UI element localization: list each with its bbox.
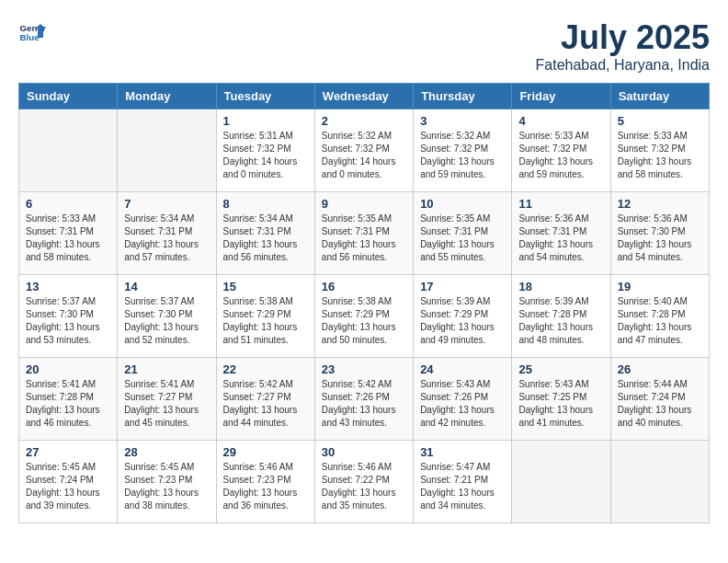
calendar-cell: 9Sunrise: 5:35 AMSunset: 7:31 PMDaylight…	[314, 192, 413, 275]
day-number: 17	[420, 280, 505, 293]
day-detail: Sunrise: 5:34 AMSunset: 7:31 PMDaylight:…	[124, 213, 209, 264]
calendar-week-row: 27Sunrise: 5:45 AMSunset: 7:24 PMDayligh…	[19, 441, 710, 523]
day-number: 14	[124, 280, 209, 293]
calendar-cell: 5Sunrise: 5:33 AMSunset: 7:32 PMDaylight…	[610, 109, 709, 192]
day-number: 4	[518, 114, 603, 128]
day-number: 3	[420, 114, 505, 128]
day-number: 6	[26, 197, 110, 211]
logo-icon: General Blue	[18, 18, 46, 46]
calendar-header-row: SundayMondayTuesdayWednesdayThursdayFrid…	[19, 84, 710, 109]
day-number: 30	[322, 445, 406, 459]
calendar-cell: 7Sunrise: 5:34 AMSunset: 7:31 PMDaylight…	[118, 192, 216, 275]
day-number: 27	[26, 445, 110, 459]
calendar-cell: 26Sunrise: 5:44 AMSunset: 7:24 PMDayligh…	[610, 358, 709, 441]
day-number: 11	[518, 197, 603, 211]
title-area: July 2025 Fatehabad, Haryana, India	[536, 18, 710, 74]
day-detail: Sunrise: 5:33 AMSunset: 7:32 PMDaylight:…	[518, 130, 603, 181]
day-number: 24	[420, 362, 505, 376]
calendar-cell: 6Sunrise: 5:33 AMSunset: 7:31 PMDaylight…	[19, 192, 118, 275]
day-detail: Sunrise: 5:38 AMSunset: 7:29 PMDaylight:…	[322, 295, 406, 347]
calendar-cell: 20Sunrise: 5:41 AMSunset: 7:28 PMDayligh…	[19, 358, 118, 441]
calendar-cell: 12Sunrise: 5:36 AMSunset: 7:30 PMDayligh…	[610, 192, 709, 275]
day-detail: Sunrise: 5:47 AMSunset: 7:21 PMDaylight:…	[420, 461, 505, 512]
page-header: General Blue July 2025 Fatehabad, Haryan…	[18, 18, 710, 74]
weekday-header: Friday	[512, 84, 610, 109]
calendar-week-row: 1Sunrise: 5:31 AMSunset: 7:32 PMDaylight…	[19, 109, 710, 192]
day-detail: Sunrise: 5:33 AMSunset: 7:32 PMDaylight:…	[618, 130, 702, 181]
calendar-cell: 28Sunrise: 5:45 AMSunset: 7:23 PMDayligh…	[118, 441, 216, 523]
calendar-week-row: 6Sunrise: 5:33 AMSunset: 7:31 PMDaylight…	[19, 192, 710, 275]
calendar-cell	[118, 109, 216, 192]
calendar-cell: 1Sunrise: 5:31 AMSunset: 7:32 PMDaylight…	[216, 109, 314, 192]
day-detail: Sunrise: 5:41 AMSunset: 7:28 PMDaylight:…	[26, 378, 110, 430]
calendar-cell: 16Sunrise: 5:38 AMSunset: 7:29 PMDayligh…	[314, 275, 413, 358]
calendar-cell: 27Sunrise: 5:45 AMSunset: 7:24 PMDayligh…	[19, 441, 118, 523]
day-detail: Sunrise: 5:32 AMSunset: 7:32 PMDaylight:…	[420, 130, 505, 181]
day-detail: Sunrise: 5:34 AMSunset: 7:31 PMDaylight:…	[223, 213, 308, 264]
weekday-header: Thursday	[414, 84, 512, 109]
weekday-header: Wednesday	[314, 84, 413, 109]
day-number: 12	[618, 197, 702, 211]
day-number: 20	[26, 362, 110, 376]
day-detail: Sunrise: 5:43 AMSunset: 7:26 PMDaylight:…	[420, 378, 505, 430]
day-number: 19	[618, 280, 702, 293]
calendar-cell: 25Sunrise: 5:43 AMSunset: 7:25 PMDayligh…	[512, 358, 610, 441]
day-detail: Sunrise: 5:42 AMSunset: 7:26 PMDaylight:…	[322, 378, 406, 430]
location-title: Fatehabad, Haryana, India	[536, 57, 710, 74]
day-detail: Sunrise: 5:32 AMSunset: 7:32 PMDaylight:…	[322, 130, 406, 181]
weekday-header: Monday	[118, 84, 216, 109]
calendar-cell: 10Sunrise: 5:35 AMSunset: 7:31 PMDayligh…	[414, 192, 512, 275]
day-detail: Sunrise: 5:35 AMSunset: 7:31 PMDaylight:…	[420, 213, 505, 264]
day-number: 22	[223, 362, 308, 376]
day-number: 1	[223, 114, 308, 128]
calendar-cell: 15Sunrise: 5:38 AMSunset: 7:29 PMDayligh…	[216, 275, 314, 358]
day-number: 8	[223, 197, 308, 211]
calendar-cell: 31Sunrise: 5:47 AMSunset: 7:21 PMDayligh…	[414, 441, 512, 523]
day-detail: Sunrise: 5:46 AMSunset: 7:22 PMDaylight:…	[322, 461, 406, 512]
day-detail: Sunrise: 5:44 AMSunset: 7:24 PMDaylight:…	[618, 378, 702, 430]
calendar-cell: 4Sunrise: 5:33 AMSunset: 7:32 PMDaylight…	[512, 109, 610, 192]
day-detail: Sunrise: 5:37 AMSunset: 7:30 PMDaylight:…	[26, 295, 110, 347]
day-number: 18	[518, 280, 603, 293]
calendar-cell	[610, 441, 709, 523]
calendar-cell: 17Sunrise: 5:39 AMSunset: 7:29 PMDayligh…	[414, 275, 512, 358]
day-detail: Sunrise: 5:45 AMSunset: 7:23 PMDaylight:…	[124, 461, 209, 512]
calendar-cell: 18Sunrise: 5:39 AMSunset: 7:28 PMDayligh…	[512, 275, 610, 358]
svg-text:Blue: Blue	[20, 32, 40, 42]
day-detail: Sunrise: 5:39 AMSunset: 7:28 PMDaylight:…	[518, 295, 603, 347]
calendar-cell: 21Sunrise: 5:41 AMSunset: 7:27 PMDayligh…	[118, 358, 216, 441]
calendar-cell: 24Sunrise: 5:43 AMSunset: 7:26 PMDayligh…	[414, 358, 512, 441]
calendar-cell	[512, 441, 610, 523]
calendar-cell: 19Sunrise: 5:40 AMSunset: 7:28 PMDayligh…	[610, 275, 709, 358]
day-detail: Sunrise: 5:42 AMSunset: 7:27 PMDaylight:…	[223, 378, 308, 430]
calendar-week-row: 13Sunrise: 5:37 AMSunset: 7:30 PMDayligh…	[19, 275, 710, 358]
day-number: 21	[124, 362, 209, 376]
calendar-cell: 13Sunrise: 5:37 AMSunset: 7:30 PMDayligh…	[19, 275, 118, 358]
day-detail: Sunrise: 5:33 AMSunset: 7:31 PMDaylight:…	[26, 213, 110, 264]
day-number: 29	[223, 445, 308, 459]
day-number: 26	[618, 362, 702, 376]
day-detail: Sunrise: 5:37 AMSunset: 7:30 PMDaylight:…	[124, 295, 209, 347]
calendar-cell: 14Sunrise: 5:37 AMSunset: 7:30 PMDayligh…	[118, 275, 216, 358]
day-detail: Sunrise: 5:38 AMSunset: 7:29 PMDaylight:…	[223, 295, 308, 347]
weekday-header: Sunday	[19, 84, 118, 109]
calendar-cell: 30Sunrise: 5:46 AMSunset: 7:22 PMDayligh…	[314, 441, 413, 523]
day-detail: Sunrise: 5:39 AMSunset: 7:29 PMDaylight:…	[420, 295, 505, 347]
calendar-cell: 8Sunrise: 5:34 AMSunset: 7:31 PMDaylight…	[216, 192, 314, 275]
logo: General Blue	[18, 18, 46, 46]
day-detail: Sunrise: 5:41 AMSunset: 7:27 PMDaylight:…	[124, 378, 209, 430]
calendar-cell: 23Sunrise: 5:42 AMSunset: 7:26 PMDayligh…	[314, 358, 413, 441]
day-number: 5	[618, 114, 702, 128]
day-number: 23	[322, 362, 406, 376]
day-detail: Sunrise: 5:43 AMSunset: 7:25 PMDaylight:…	[518, 378, 603, 430]
calendar-cell: 2Sunrise: 5:32 AMSunset: 7:32 PMDaylight…	[314, 109, 413, 192]
calendar-cell: 22Sunrise: 5:42 AMSunset: 7:27 PMDayligh…	[216, 358, 314, 441]
day-detail: Sunrise: 5:36 AMSunset: 7:31 PMDaylight:…	[518, 213, 603, 264]
calendar-cell: 3Sunrise: 5:32 AMSunset: 7:32 PMDaylight…	[414, 109, 512, 192]
day-number: 25	[518, 362, 603, 376]
day-detail: Sunrise: 5:35 AMSunset: 7:31 PMDaylight:…	[322, 213, 406, 264]
month-title: July 2025	[536, 18, 710, 57]
day-number: 15	[223, 280, 308, 293]
calendar-cell: 11Sunrise: 5:36 AMSunset: 7:31 PMDayligh…	[512, 192, 610, 275]
day-number: 16	[322, 280, 406, 293]
